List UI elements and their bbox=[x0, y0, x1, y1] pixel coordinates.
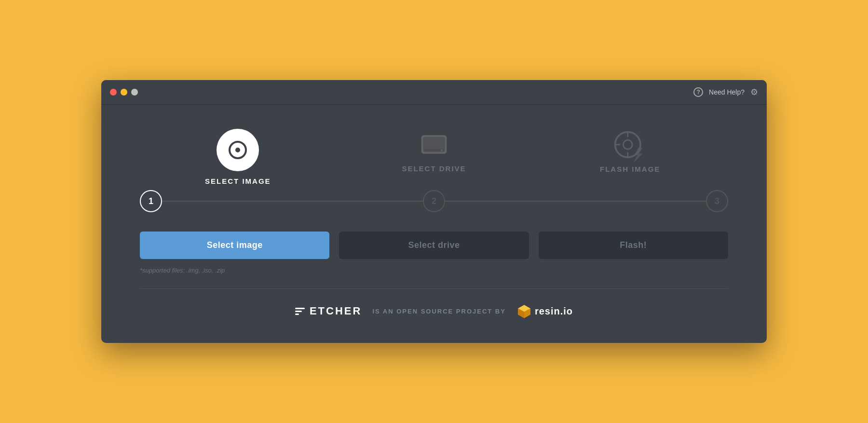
step3-number: 3 bbox=[706, 190, 728, 212]
flash-button: Flash! bbox=[539, 232, 728, 259]
titlebar: ? Need Help? ⚙ bbox=[101, 80, 767, 105]
titlebar-actions: ? Need Help? ⚙ bbox=[693, 87, 758, 97]
buttons-row: Select image Select drive Flash! bbox=[140, 232, 728, 259]
etcher-wordmark: ETCHER bbox=[310, 305, 362, 317]
open-source-text: IS AN OPEN SOURCE PROJECT BY bbox=[372, 308, 506, 315]
resin-logo: resin.io bbox=[516, 303, 573, 319]
flash-icon bbox=[612, 129, 648, 165]
supported-files-text: *supported files: .img, .iso, .zip bbox=[140, 267, 728, 274]
etcher-logo: ETCHER bbox=[295, 305, 362, 317]
step2-icon-area: SELECT DRIVE bbox=[336, 129, 532, 185]
progress-line-1 bbox=[162, 201, 423, 202]
select-drive-button: Select drive bbox=[339, 232, 529, 259]
svg-point-3 bbox=[441, 149, 443, 151]
progress-row: 1 2 3 bbox=[140, 190, 728, 212]
minimize-button[interactable] bbox=[121, 89, 127, 96]
disc-icon bbox=[217, 129, 259, 171]
step2-number: 2 bbox=[423, 190, 445, 212]
progress-line-2 bbox=[445, 201, 706, 202]
close-button[interactable] bbox=[110, 89, 117, 96]
traffic-lights bbox=[110, 89, 138, 96]
step1-label: SELECT IMAGE bbox=[205, 177, 271, 185]
etcher-line-2 bbox=[295, 311, 302, 312]
resin-cube-icon bbox=[516, 303, 532, 319]
etcher-line-1 bbox=[295, 308, 305, 309]
etcher-line-3 bbox=[295, 314, 299, 315]
steps-icons-row: SELECT IMAGE SELECT DRIVE bbox=[140, 129, 728, 185]
settings-icon[interactable]: ⚙ bbox=[750, 87, 758, 97]
app-window: ? Need Help? ⚙ SELECT IMAGE SELECT DRIVE bbox=[101, 80, 767, 343]
svg-point-5 bbox=[624, 140, 633, 149]
drive-icon bbox=[417, 129, 451, 163]
resin-wordmark: resin.io bbox=[535, 306, 573, 317]
footer: ETCHER IS AN OPEN SOURCE PROJECT BY resi… bbox=[140, 299, 728, 328]
maximize-button[interactable] bbox=[131, 89, 138, 96]
divider bbox=[140, 288, 728, 289]
main-content: SELECT IMAGE SELECT DRIVE bbox=[101, 105, 767, 343]
etcher-lines-icon bbox=[295, 308, 305, 315]
step3-icon-area: FLASH IMAGE bbox=[532, 129, 728, 185]
select-image-button[interactable]: Select image bbox=[140, 232, 329, 259]
help-label[interactable]: Need Help? bbox=[709, 88, 745, 96]
step1-number: 1 bbox=[140, 190, 162, 212]
step2-label: SELECT DRIVE bbox=[402, 164, 466, 173]
help-icon[interactable]: ? bbox=[693, 87, 703, 97]
step3-label: FLASH IMAGE bbox=[600, 165, 660, 173]
step1-icon-area: SELECT IMAGE bbox=[140, 129, 336, 185]
